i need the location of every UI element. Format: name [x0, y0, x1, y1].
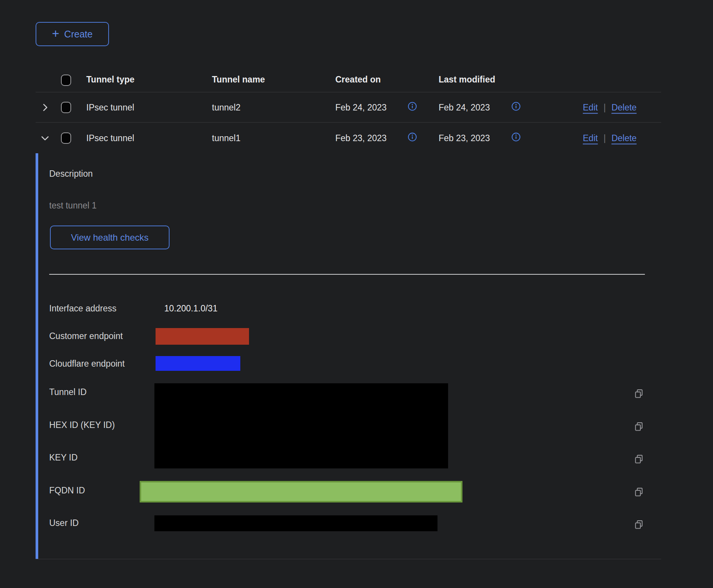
- row-checkbox[interactable]: [61, 132, 71, 144]
- key-id-label: KEY ID: [49, 453, 78, 463]
- user-id-redacted-value: [154, 515, 437, 531]
- header-last-modified: Last modified: [439, 75, 495, 85]
- collapse-row-button[interactable]: [40, 133, 50, 143]
- tunnel-details-panel: Description test tunnel 1 View health ch…: [36, 153, 661, 559]
- action-separator: |: [604, 133, 606, 143]
- last-modified-cell: Feb 24, 2023: [439, 102, 490, 112]
- copy-icon: [634, 493, 644, 498]
- edit-link[interactable]: Edit: [583, 133, 598, 143]
- hex-id-label: HEX ID (KEY ID): [49, 420, 115, 430]
- header-tunnel-name: Tunnel name: [212, 75, 265, 85]
- copy-tunnel-id-button[interactable]: [634, 388, 644, 399]
- select-all-checkbox[interactable]: [61, 75, 71, 86]
- copy-fqdn-id-button[interactable]: [634, 487, 644, 497]
- tunnel-type-cell: IPsec tunnel: [86, 133, 134, 143]
- tunnel-type-cell: IPsec tunnel: [86, 102, 134, 112]
- tunnel-name-cell: tunnel2: [212, 102, 240, 112]
- created-info-icon[interactable]: [408, 101, 417, 113]
- cloudflare-endpoint-label: Cloudflare endpoint: [49, 359, 125, 369]
- last-modified-cell: Feb 23, 2023: [439, 133, 490, 143]
- expanded-row-accent-bar: [36, 153, 38, 559]
- table-row: IPsec tunnel tunnel2 Feb 24, 2023 Feb 24…: [36, 92, 661, 123]
- create-button-label: Create: [64, 29, 93, 40]
- chevron-down-icon: [40, 139, 50, 145]
- tunnel-id-label: Tunnel ID: [49, 387, 87, 397]
- modified-info-icon[interactable]: [511, 101, 521, 113]
- expand-row-button[interactable]: [40, 102, 50, 113]
- user-id-label: User ID: [49, 518, 79, 528]
- cloudflare-endpoint-redacted-value: [156, 356, 240, 371]
- copy-user-id-button[interactable]: [634, 519, 644, 530]
- fqdn-id-label: FQDN ID: [49, 485, 85, 496]
- create-button[interactable]: + Create: [36, 22, 109, 46]
- fqdn-id-redacted-value: [140, 481, 462, 502]
- copy-hex-id-button[interactable]: [634, 421, 644, 432]
- tunnels-table: Tunnel type Tunnel name Created on Last …: [36, 58, 661, 559]
- copy-icon: [634, 394, 644, 400]
- description-label: Description: [49, 169, 93, 179]
- delete-link[interactable]: Delete: [612, 133, 637, 143]
- description-value: test tunnel 1: [49, 201, 97, 211]
- table-header-row: Tunnel type Tunnel name Created on Last …: [36, 58, 661, 92]
- delete-link[interactable]: Delete: [612, 102, 637, 112]
- view-health-checks-button[interactable]: View health checks: [50, 226, 170, 249]
- tunnel-name-cell: tunnel1: [212, 133, 240, 143]
- copy-key-id-button[interactable]: [634, 454, 644, 464]
- created-on-cell: Feb 23, 2023: [335, 133, 387, 143]
- ids-redacted-values: [154, 383, 448, 468]
- copy-icon: [634, 525, 644, 531]
- header-tunnel-type: Tunnel type: [86, 75, 134, 85]
- row-checkbox[interactable]: [61, 102, 71, 113]
- section-divider: [49, 274, 645, 275]
- edit-link[interactable]: Edit: [583, 102, 598, 112]
- copy-icon: [634, 460, 644, 465]
- modified-info-icon[interactable]: [511, 132, 521, 144]
- copy-icon: [634, 427, 644, 433]
- customer-endpoint-redacted-value: [156, 328, 249, 345]
- action-separator: |: [604, 102, 606, 112]
- created-info-icon[interactable]: [408, 132, 417, 144]
- created-on-cell: Feb 24, 2023: [335, 102, 387, 112]
- chevron-right-icon: [40, 108, 50, 114]
- tunnels-page: + Create Tunnel type Tunnel name Created…: [0, 0, 713, 588]
- interface-address-value: 10.200.1.0/31: [164, 303, 218, 314]
- interface-address-label: Interface address: [49, 303, 117, 314]
- header-created-on: Created on: [335, 75, 381, 85]
- plus-icon: +: [52, 27, 59, 40]
- table-row: IPsec tunnel tunnel1 Feb 23, 2023 Feb 23…: [36, 123, 661, 153]
- customer-endpoint-label: Customer endpoint: [49, 331, 123, 341]
